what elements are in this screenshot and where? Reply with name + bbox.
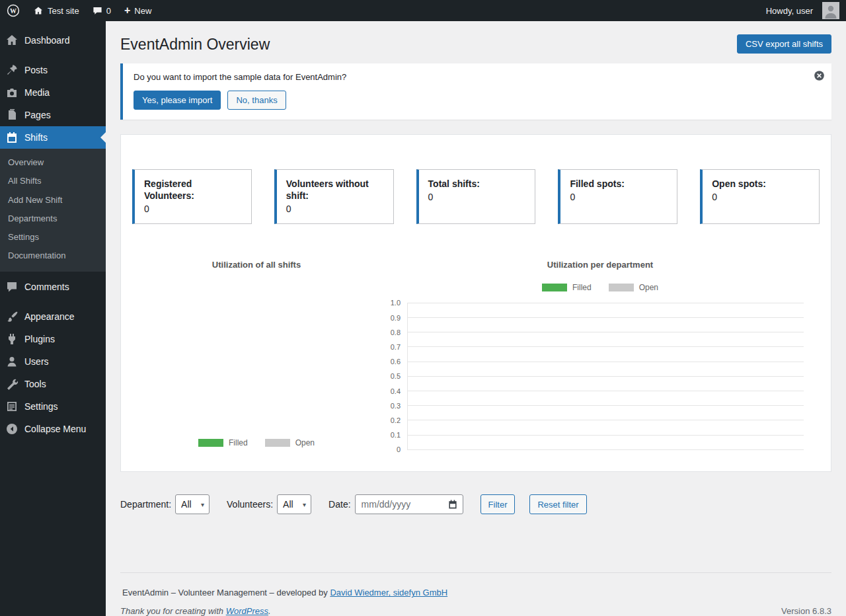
wordpress-link[interactable]: WordPress [226, 606, 268, 616]
legend-filled-swatch[interactable] [198, 439, 223, 447]
utilization-pie-chart: Utilization of all shifts Filled Open [132, 260, 381, 453]
wp-logo-menu[interactable]: W [0, 0, 26, 21]
date-filter-label: Date: [328, 499, 350, 510]
stat-value: 0 [286, 204, 384, 214]
sidebar-item-posts[interactable]: Posts [0, 59, 106, 81]
gridline [407, 420, 804, 420]
plugin-credit: EventAdmin – Volunteer Management – deve… [120, 588, 831, 597]
sidebar-item-users[interactable]: Users [0, 350, 106, 373]
y-tick-label: 0.3 [381, 402, 407, 410]
footer-thanks-suffix: . [268, 606, 271, 616]
stat-value: 0 [428, 192, 526, 202]
sidebar-item-settings[interactable]: Settings [0, 395, 106, 418]
admin-footer: EventAdmin – Volunteer Management – deve… [120, 572, 831, 616]
circle-close-icon [814, 73, 825, 83]
volunteers-select-wrap: All ▾ [277, 494, 311, 514]
menu-separator [0, 298, 106, 305]
page-title: EventAdmin Overview [120, 34, 270, 55]
y-tick-label: 0.2 [381, 416, 407, 424]
sidebar-item-appearance[interactable]: Appearance [0, 305, 106, 328]
legend-open-label[interactable]: Open [639, 283, 658, 292]
y-tick-label: 0.8 [381, 328, 407, 336]
legend-open-label[interactable]: Open [295, 438, 315, 447]
sidebar-item-label: Pages [24, 110, 51, 120]
import-yes-button[interactable]: Yes, please import [134, 91, 221, 110]
admin-bar-right: Howdy, user [759, 0, 846, 21]
my-account-menu[interactable]: Howdy, user [759, 0, 846, 21]
sidebar-item-collapse-menu[interactable]: Collapse Menu [0, 418, 106, 440]
submenu-item-all-shifts[interactable]: All Shifts [0, 172, 106, 190]
plugin-author-link[interactable]: David Wiedmer, sidefyn GmbH [330, 588, 447, 597]
plug-icon [5, 332, 19, 346]
menu-separator [0, 52, 106, 59]
submenu-item-settings[interactable]: Settings [0, 228, 106, 247]
dashboard-icon [5, 34, 19, 47]
volunteers-select[interactable]: All [277, 494, 311, 514]
sidebar-item-media[interactable]: Media [0, 81, 106, 104]
sidebar-item-comments[interactable]: Comments [0, 276, 106, 298]
stat-value: 0 [712, 192, 810, 202]
sidebar-item-label: Users [24, 356, 49, 367]
gridline [407, 449, 804, 450]
import-notice: Do you want to import the sample data fo… [120, 63, 831, 120]
legend-open-swatch[interactable] [265, 439, 290, 447]
stat-label: Registered Volunteers: [144, 178, 242, 202]
gridline [407, 362, 804, 362]
sidebar-item-label: Shifts [24, 132, 48, 143]
site-name-menu[interactable]: Test site [26, 0, 86, 21]
sidebar-item-pages[interactable]: Pages [0, 104, 106, 126]
date-input-wrap [355, 494, 463, 514]
y-axis-line [407, 303, 408, 449]
comment-bubble-icon [5, 280, 19, 293]
stat-label: Volunteers without shift: [286, 178, 384, 202]
home-icon [33, 5, 44, 16]
page-header: EventAdmin Overview CSV export all shift… [120, 34, 831, 55]
sidebar-item-label: Comments [24, 282, 69, 292]
reset-filter-button[interactable]: Reset filter [529, 494, 586, 514]
stat-label: Total shifts: [428, 178, 526, 190]
sidebar-item-shifts[interactable]: Shifts [0, 126, 106, 149]
stat-registered-volunteers: Registered Volunteers: 0 [132, 169, 252, 224]
admin-bar-left: W Test site 0 + New [0, 0, 158, 21]
howdy-label: Howdy, user [766, 6, 813, 16]
gridline [407, 332, 804, 332]
department-filter-label: Department: [120, 499, 171, 510]
gridline [407, 317, 804, 318]
collapse-arrow-icon [5, 422, 19, 436]
calendar-icon[interactable] [447, 499, 458, 510]
new-label: New [134, 6, 151, 16]
dismiss-notice-button[interactable] [814, 70, 825, 81]
camera-icon [5, 86, 19, 99]
legend-filled-label[interactable]: Filled [572, 283, 592, 292]
gridline [407, 391, 804, 391]
legend-filled-swatch[interactable] [542, 284, 567, 291]
footer-bottom-row: Thank you for creating with WordPress. V… [120, 606, 831, 616]
sidebar-item-plugins[interactable]: Plugins [0, 328, 106, 350]
department-select[interactable]: All [175, 494, 210, 514]
comments-menu[interactable]: 0 [86, 0, 118, 21]
filter-button[interactable]: Filter [481, 494, 516, 514]
submenu-item-add-new-shift[interactable]: Add New Shift [0, 191, 106, 210]
legend-filled-label[interactable]: Filled [229, 438, 248, 447]
filters-row: Department: All ▾ Volunteers: All ▾ Date… [120, 494, 831, 514]
stats-row: Registered Volunteers: 0 Volunteers with… [132, 169, 820, 224]
submenu-item-documentation[interactable]: Documentation [0, 247, 106, 265]
stat-label: Filled spots: [570, 178, 668, 190]
sidebar-item-dashboard[interactable]: Dashboard [0, 29, 106, 52]
legend-open-swatch[interactable] [609, 284, 634, 291]
comments-count: 0 [106, 6, 111, 16]
footer-thanks-text: Thank you for creating with [120, 606, 226, 616]
import-no-button[interactable]: No, thanks [227, 91, 286, 110]
sidebar-item-tools[interactable]: Tools [0, 373, 106, 395]
avatar [817, 2, 839, 19]
new-content-menu[interactable]: + New [118, 0, 158, 21]
submenu-item-departments[interactable]: Departments [0, 210, 106, 228]
y-tick-label: 0 [381, 445, 407, 453]
utilization-bar-chart: Utilization per department Filled Open 1… [381, 260, 820, 453]
stat-total-shifts: Total shifts: 0 [416, 169, 536, 224]
csv-export-button[interactable]: CSV export all shifts [737, 34, 831, 54]
admin-bar: W Test site 0 + New Howdy, user [0, 0, 846, 21]
comment-bubble-icon [93, 6, 102, 16]
y-tick-label: 0.9 [381, 314, 407, 322]
submenu-item-overview[interactable]: Overview [0, 153, 106, 172]
